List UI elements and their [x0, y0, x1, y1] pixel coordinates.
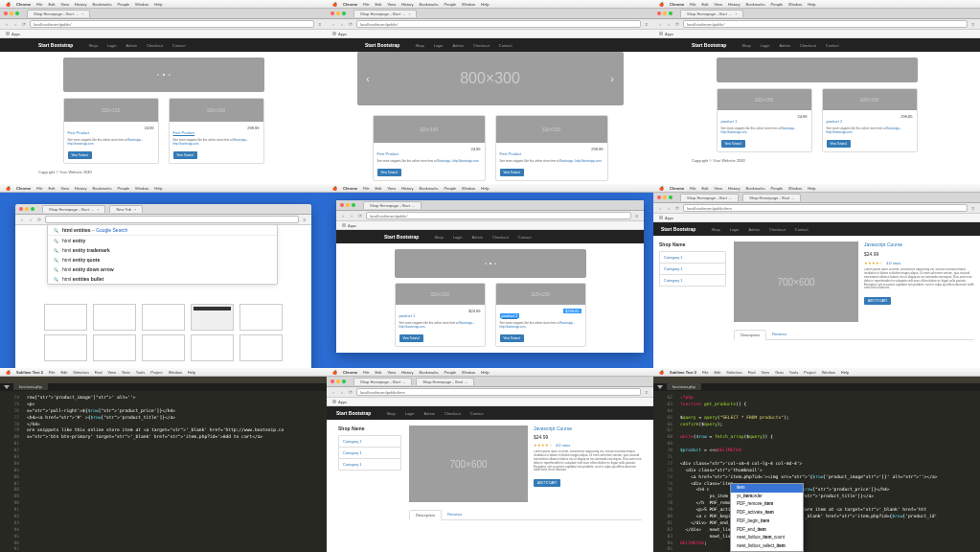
site-navbar: Start Bootstrap Shop Login Admin Checkou… [0, 38, 327, 52]
brand[interactable]: Start Bootstrap [38, 42, 73, 48]
tab-newtab[interactable]: New Tab× [109, 205, 143, 213]
tile-1: 🍎Chrome FileEditViewHistoryBookmarksPeop… [0, 0, 327, 184]
editor-tab[interactable]: functions.php [13, 383, 48, 390]
tile-9: 🍎Sublime Text 2FileEditSelectionFindView… [653, 368, 980, 552]
product-price: 299.99 [247, 126, 259, 130]
sidebar: Shop Name Category 1 Category 1 Category… [659, 242, 726, 286]
tile-6: 🍎ChromeFileEditViewHistoryBookmarksPeopl… [653, 184, 980, 368]
nav-shop[interactable]: Shop [88, 43, 97, 48]
nav-admin[interactable]: Admin [126, 43, 137, 48]
suggestion[interactable]: html entities bullet [48, 274, 277, 284]
product-title[interactable]: First Product [68, 130, 90, 135]
tab-shop[interactable]: Shop Homepage - Start …× [27, 10, 90, 17]
suggestion[interactable]: html entity trademark [48, 245, 277, 255]
menu-icon[interactable]: ≡ [317, 21, 323, 27]
mac-menubar[interactable]: 🍎ChromeFileEditViewHistoryBookmarksPeopl… [327, 0, 653, 9]
product-name[interactable]: Javascript Course [864, 242, 974, 247]
tile-2: 🍎ChromeFileEditViewHistoryBookmarksPeopl… [327, 0, 653, 184]
product-price: 24.99 [144, 126, 153, 130]
tab-reviews[interactable]: Reviews [766, 330, 792, 339]
omnibox[interactable] [45, 216, 299, 223]
tile-3: 🍎ChromeFileEditViewHistoryBookmarksPeopl… [653, 0, 980, 184]
autocomplete-popup[interactable]: item ys_itemorder PDF_remove_item PDF_ac… [730, 483, 804, 552]
product-description: Lorem ipsum dolor sit amet, consectetur … [864, 268, 974, 290]
tile-4: 🍎ChromeFileEditViewHistoryBookmarksPeopl… [0, 184, 327, 368]
editor-window: functions.php 74757677787980818283848586… [0, 377, 327, 552]
suggestion[interactable]: html entity [48, 236, 277, 245]
mac-menubar[interactable]: 🍎Chrome FileEditViewHistoryBookmarksPeop… [0, 0, 327, 9]
nav-login[interactable]: Login [107, 43, 117, 48]
tile-7: 🍎Sublime Text 2FileEditSelectionFindView… [0, 368, 327, 552]
carousel-next-icon[interactable]: › [610, 74, 613, 84]
add-to-cart-button[interactable]: ADD TO CART [864, 297, 891, 305]
rating: ★★★★☆4.0 stars [864, 261, 974, 265]
code-area[interactable]: <?php function get_products() { $query =… [676, 391, 980, 552]
category-link[interactable]: Category 1 [659, 274, 726, 287]
product-card-1[interactable]: 320×150 First Product 24.99 See more sni… [63, 98, 159, 164]
forward-button[interactable]: › [12, 21, 18, 27]
search-suggestions: html entities – Google Search html entit… [47, 224, 278, 285]
carousel-prev-icon[interactable]: ‹ [366, 74, 369, 84]
product-tabs: Description Reviews [734, 330, 974, 340]
nav-contact[interactable]: Contact [172, 43, 186, 48]
most-visited [15, 304, 311, 331]
shop-name: Shop Name [659, 242, 726, 247]
tab-shop[interactable]: Shop Homepage - Start …× [353, 10, 417, 17]
editor-tab[interactable]: functions.php [667, 383, 701, 390]
browser-urlbar: ‹ › ⟳ localhost/ecom/public/ ≡ [0, 19, 327, 30]
suggestion[interactable]: html entity quote [48, 255, 277, 264]
tile-8: 🍎ChromeFileEditViewHistoryBookmarksPeopl… [327, 368, 653, 552]
product-desc: See more snippets like this online store… [68, 138, 154, 146]
product-title[interactable]: First Product [173, 130, 195, 135]
browser-tabbar: Shop Homepage - Start …× [0, 9, 327, 19]
back-button[interactable]: ‹ [330, 21, 336, 27]
nav-checkout[interactable]: Checkout [147, 43, 163, 48]
back-button[interactable]: ‹ [4, 21, 10, 27]
tile-5: 🍎ChromeFileEditViewHistoryBookmarksPeopl… [327, 184, 653, 368]
gutter: 6263646566676869707172737475767778798081… [653, 391, 676, 552]
footer: Copyright © Your Website 2030 [0, 164, 327, 180]
product-price: $24.99 [864, 251, 974, 257]
reload-button[interactable]: ⟳ [21, 21, 27, 27]
editor-window: functions.php 62636465666768697071727374… [653, 377, 980, 552]
tab-description[interactable]: Description [734, 330, 766, 340]
code-area[interactable]: row["str">'product_image']"str">' alt=''… [23, 391, 327, 552]
address-field[interactable]: localhost/ecom/public/ [30, 20, 314, 28]
product-desc: See more snippets like this online store… [173, 138, 260, 146]
view-button[interactable]: View Tutorial [68, 151, 92, 159]
gutter: 7475767778798081828384858687888990919293… [0, 391, 23, 552]
product-card-2[interactable]: 320×150 First Product 299.99 See more sn… [169, 98, 264, 164]
view-button[interactable]: View Tutorial [173, 151, 197, 159]
address-field[interactable]: localhost/ecom/public/ [356, 20, 641, 28]
placeholder-text: 800×300 [460, 70, 520, 87]
suggestion[interactable]: html entity down arrow [48, 264, 277, 274]
bookmark-bar[interactable]: Apps [0, 30, 327, 38]
close-icon[interactable]: × [81, 12, 83, 16]
